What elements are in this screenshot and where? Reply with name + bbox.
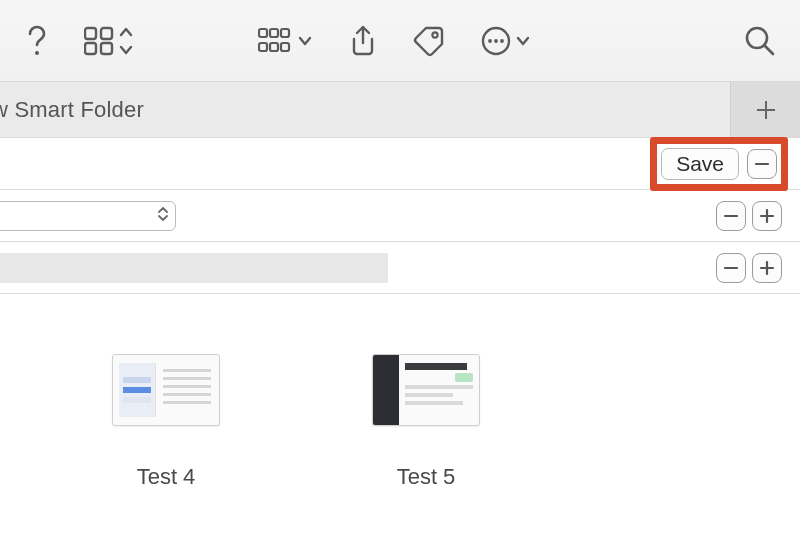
criteria-value-field[interactable] bbox=[0, 253, 388, 283]
criteria-row bbox=[0, 242, 800, 294]
add-criteria-button[interactable] bbox=[752, 201, 782, 231]
path-bar: w Smart Folder bbox=[0, 82, 800, 138]
svg-rect-3 bbox=[85, 43, 96, 54]
minus-icon bbox=[723, 208, 739, 224]
criteria-row bbox=[0, 190, 800, 242]
svg-rect-6 bbox=[270, 29, 278, 37]
group-button[interactable] bbox=[258, 21, 314, 61]
search-criteria: Save bbox=[0, 138, 800, 294]
ellipsis-circle-icon bbox=[480, 25, 532, 57]
help-icon bbox=[24, 24, 50, 58]
svg-point-14 bbox=[494, 39, 498, 43]
svg-rect-5 bbox=[259, 29, 267, 37]
share-icon bbox=[348, 24, 378, 58]
search-button[interactable] bbox=[744, 21, 776, 61]
share-button[interactable] bbox=[348, 21, 378, 61]
stepper-icon bbox=[157, 205, 169, 227]
file-thumbnail bbox=[112, 354, 220, 426]
tag-icon bbox=[412, 24, 446, 58]
svg-rect-4 bbox=[101, 43, 112, 54]
plus-icon bbox=[759, 208, 775, 224]
svg-point-15 bbox=[500, 39, 504, 43]
criteria-popup[interactable] bbox=[0, 201, 176, 231]
save-highlight: Save bbox=[650, 137, 788, 191]
svg-point-11 bbox=[432, 32, 437, 37]
file-name: Test 4 bbox=[137, 464, 196, 490]
minus-icon bbox=[723, 260, 739, 276]
help-button[interactable] bbox=[24, 21, 50, 61]
criteria-header-row: Save bbox=[0, 138, 800, 190]
more-actions-button[interactable] bbox=[480, 21, 532, 61]
remove-criteria-button[interactable] bbox=[716, 253, 746, 283]
svg-line-17 bbox=[765, 46, 773, 54]
add-tab-button[interactable] bbox=[730, 82, 800, 137]
results-area: Test 4 Test 5 bbox=[0, 294, 800, 541]
svg-rect-10 bbox=[281, 43, 289, 51]
remove-criteria-button[interactable] bbox=[716, 201, 746, 231]
file-item[interactable]: Test 4 bbox=[96, 354, 236, 490]
svg-rect-7 bbox=[281, 29, 289, 37]
thumb-decoration bbox=[373, 355, 399, 425]
thumb-decoration bbox=[405, 363, 467, 370]
toolbar bbox=[0, 0, 800, 82]
save-button[interactable]: Save bbox=[661, 148, 739, 180]
grid-view-icon bbox=[84, 26, 134, 56]
file-thumbnail bbox=[372, 354, 480, 426]
add-criteria-button[interactable] bbox=[752, 253, 782, 283]
file-name: Test 5 bbox=[397, 464, 456, 490]
thumb-decoration bbox=[405, 385, 473, 409]
svg-rect-2 bbox=[101, 28, 112, 39]
group-icon bbox=[258, 26, 314, 56]
tag-button[interactable] bbox=[412, 21, 446, 61]
svg-rect-1 bbox=[85, 28, 96, 39]
remove-criteria-button[interactable] bbox=[747, 149, 777, 179]
search-icon bbox=[744, 25, 776, 57]
file-item[interactable]: Test 5 bbox=[356, 354, 496, 490]
thumb-decoration bbox=[455, 373, 473, 382]
plus-icon bbox=[754, 98, 778, 122]
window-title: w Smart Folder bbox=[0, 97, 144, 123]
thumb-decoration bbox=[163, 369, 211, 409]
minus-icon bbox=[754, 156, 770, 172]
svg-point-0 bbox=[35, 51, 39, 55]
icon-view-button[interactable] bbox=[84, 21, 134, 61]
svg-rect-9 bbox=[270, 43, 278, 51]
plus-icon bbox=[759, 260, 775, 276]
svg-rect-8 bbox=[259, 43, 267, 51]
svg-point-16 bbox=[747, 28, 767, 48]
svg-point-13 bbox=[488, 39, 492, 43]
